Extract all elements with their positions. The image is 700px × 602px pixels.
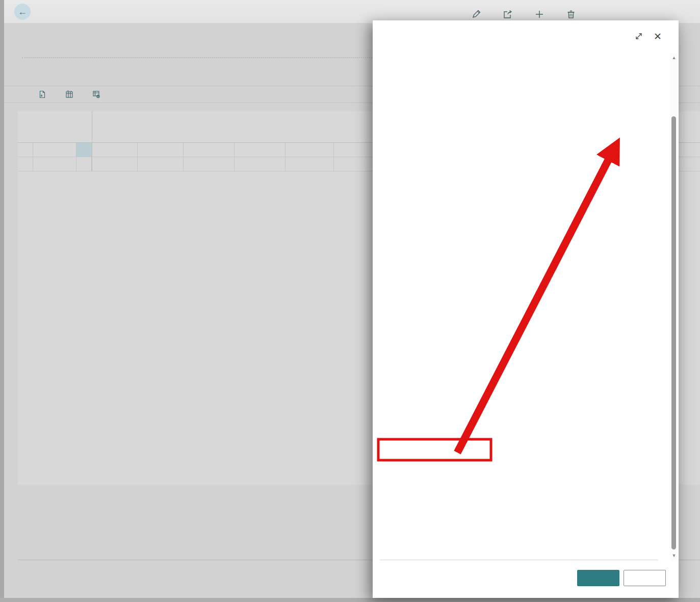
header-receipt-agr-line-no[interactable] (235, 111, 286, 142)
top-app-bar: ← (0, 0, 700, 23)
expand-dialog-icon[interactable] (634, 31, 645, 42)
close-icon[interactable]: ✕ (652, 31, 663, 42)
cell-receipt-agreement-no[interactable] (184, 143, 235, 157)
scroll-up-icon[interactable]: ▲ (671, 55, 677, 60)
header-row-menu (76, 111, 92, 142)
window-left-edge (0, 0, 4, 602)
back-arrow-icon: ← (18, 7, 27, 17)
dialog-buttons (577, 570, 666, 586)
section-calculations (386, 76, 658, 93)
row-indicator-arrow (18, 143, 33, 157)
excel-table-icon (65, 90, 73, 98)
cell-receipt-agr-line-no[interactable] (235, 143, 286, 157)
header-entry-no[interactable] (33, 111, 76, 142)
toolbar-item-import-worksheet[interactable] (38, 90, 50, 98)
dialog-scrollbar-thumb[interactable] (671, 116, 676, 549)
cell-vendor-no[interactable] (92, 143, 138, 157)
cancel-button[interactable] (624, 570, 666, 586)
dialog-footer-divider (380, 560, 658, 560)
dialog-body (386, 58, 658, 111)
dotted-leader (22, 57, 372, 58)
document-import-icon (38, 90, 46, 98)
topbar-action-icons (470, 8, 577, 20)
edit-icon[interactable] (470, 8, 482, 20)
target-receipt-agreement-field (18, 56, 376, 57)
cell-entry-no[interactable] (33, 143, 76, 157)
section-water-krill-calculation (386, 58, 658, 76)
ok-button[interactable] (577, 570, 619, 586)
excel-import-receipt-dialog: ✕ ▲ ▼ (373, 20, 679, 598)
scroll-down-icon[interactable]: ▼ (671, 553, 677, 558)
add-icon[interactable] (533, 8, 546, 20)
header-indicator (18, 111, 33, 142)
share-icon[interactable] (502, 8, 514, 20)
back-button[interactable]: ← (14, 4, 31, 20)
cell-item-no[interactable] (286, 143, 334, 157)
row-menu-button[interactable] (76, 143, 92, 157)
toolbar-item-import-excel-receipt[interactable] (65, 90, 77, 98)
header-vendor-no[interactable] (92, 111, 138, 142)
window-bottom-edge (0, 598, 700, 602)
cell-salesperson[interactable] (138, 143, 184, 157)
calculate-water-krill-row (386, 93, 658, 111)
toolbar-item-suggest-receipt-line[interactable] (92, 90, 104, 98)
delete-icon[interactable] (565, 8, 577, 20)
suggest-lines-icon (92, 90, 100, 98)
freeze-pane-divider (92, 111, 92, 171)
header-salesperson[interactable] (138, 111, 184, 142)
header-receipt-agreement-no[interactable] (184, 111, 235, 142)
header-item-no[interactable] (286, 111, 334, 142)
